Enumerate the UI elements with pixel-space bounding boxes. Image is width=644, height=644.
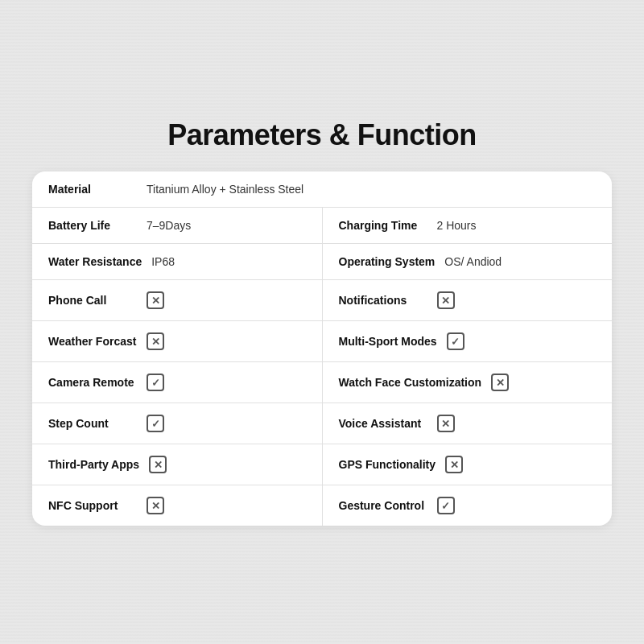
camera-icon: ✓	[147, 374, 164, 391]
weather-label: Weather Forcast	[48, 335, 137, 348]
gesture-cell: Gesture Control ✓	[323, 485, 613, 526]
thirdparty-cell: Third-Party Apps ✕	[32, 444, 322, 485]
water-label: Water Resistance	[48, 255, 142, 268]
charging-value: 2 Hours	[437, 219, 477, 232]
charging-cell: Charging Time 2 Hours	[323, 208, 613, 243]
multisport-cell: Multi-Sport Modes ✓	[323, 321, 613, 361]
watchface-label: Watch Face Customization	[339, 376, 482, 389]
os-cell: Operating System OS/ Andiod	[323, 244, 613, 279]
os-value: OS/ Andiod	[444, 255, 502, 268]
voiceassist-label: Voice Assistant	[339, 417, 427, 430]
material-cell: Material Titanium Alloy + Stainless Stee…	[32, 171, 612, 207]
material-value: Titanium Alloy + Stainless Steel	[147, 183, 303, 196]
table-row: NFC Support ✕ Gesture Control ✓	[32, 485, 612, 526]
gesture-label: Gesture Control	[339, 499, 427, 512]
params-table: Material Titanium Alloy + Stainless Stee…	[32, 171, 612, 526]
stepcount-cell: Step Count ✓	[32, 403, 322, 444]
nfc-label: NFC Support	[48, 499, 137, 512]
water-cell: Water Resistance IP68	[32, 244, 322, 279]
table-row: Phone Call ✕ Notifications ✕	[32, 280, 612, 321]
camera-cell: Camera Remote ✓	[32, 362, 322, 402]
nfc-cell: NFC Support ✕	[32, 485, 322, 526]
gesture-icon: ✓	[437, 497, 455, 514]
charging-label: Charging Time	[339, 219, 427, 232]
notifications-label: Notifications	[339, 294, 427, 307]
battery-value: 7–9Days	[147, 219, 191, 232]
table-row: Battery Life 7–9Days Charging Time 2 Hou…	[32, 208, 612, 244]
voiceassist-icon: ✕	[437, 415, 455, 432]
page-title: Parameters & Function	[167, 118, 477, 152]
camera-label: Camera Remote	[48, 376, 137, 389]
phonecall-cell: Phone Call ✕	[32, 280, 322, 320]
os-label: Operating System	[339, 255, 436, 268]
water-value: IP68	[151, 255, 175, 268]
table-row: Weather Forcast ✕ Multi-Sport Modes ✓	[32, 321, 612, 362]
weather-icon: ✕	[147, 332, 164, 350]
stepcount-label: Step Count	[48, 417, 137, 430]
phonecall-label: Phone Call	[48, 294, 137, 307]
notifications-icon: ✕	[437, 291, 455, 309]
multisport-icon: ✓	[447, 332, 464, 350]
table-row: Step Count ✓ Voice Assistant ✕	[32, 403, 612, 444]
voiceassist-cell: Voice Assistant ✕	[323, 403, 613, 444]
nfc-icon: ✕	[147, 497, 164, 514]
gps-label: GPS Functionality	[339, 458, 436, 471]
notifications-cell: Notifications ✕	[323, 280, 613, 320]
thirdparty-label: Third-Party Apps	[48, 458, 139, 471]
thirdparty-icon: ✕	[149, 456, 167, 473]
gps-icon: ✕	[445, 456, 463, 473]
phonecall-icon: ✕	[147, 291, 164, 309]
watchface-icon: ✕	[491, 374, 509, 391]
table-row: Camera Remote ✓ Watch Face Customization…	[32, 362, 612, 403]
gps-cell: GPS Functionality ✕	[323, 444, 613, 485]
table-row: Material Titanium Alloy + Stainless Stee…	[32, 171, 612, 208]
watchface-cell: Watch Face Customization ✕	[323, 362, 613, 402]
weather-cell: Weather Forcast ✕	[32, 321, 322, 361]
multisport-label: Multi-Sport Modes	[339, 335, 437, 348]
table-row: Water Resistance IP68 Operating System O…	[32, 244, 612, 280]
battery-cell: Battery Life 7–9Days	[32, 208, 322, 243]
material-label: Material	[48, 183, 137, 196]
stepcount-icon: ✓	[147, 415, 164, 432]
battery-label: Battery Life	[48, 219, 137, 232]
table-row: Third-Party Apps ✕ GPS Functionality ✕	[32, 444, 612, 485]
